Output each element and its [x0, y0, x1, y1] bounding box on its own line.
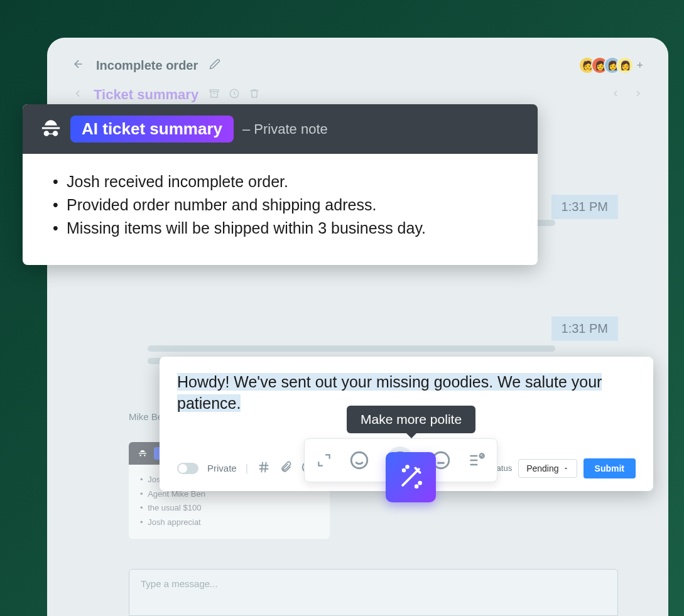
summary-item: Missing items will be shipped within 3 b…	[48, 219, 513, 237]
private-label: Private	[207, 463, 237, 473]
header-left: Incomplete order	[72, 58, 220, 73]
status-select[interactable]: Pending	[518, 459, 577, 478]
divider: |	[246, 463, 248, 474]
svg-rect-0	[210, 90, 219, 92]
app-header: Incomplete order 🧑 👩 👩 👩 +	[72, 57, 643, 74]
svg-point-12	[416, 485, 418, 487]
avatar-group: 🧑 👩 👩 👩 +	[584, 57, 643, 74]
add-avatar-button[interactable]: +	[636, 59, 643, 72]
status-value: Pending	[526, 463, 558, 473]
svg-point-9	[403, 469, 405, 471]
ai-summary-card: AI ticket summary – Private note Josh re…	[23, 104, 538, 265]
magic-wand-button[interactable]	[386, 452, 436, 502]
svg-point-11	[419, 482, 421, 484]
subheader-title: Ticket summary	[94, 87, 198, 103]
private-toggle[interactable]	[177, 463, 198, 474]
summary-item: Provided order number and shipping adres…	[48, 196, 513, 214]
prev-icon[interactable]	[611, 89, 621, 101]
happy-face-icon[interactable]	[349, 450, 370, 471]
ai-summary-header: AI ticket summary – Private note	[23, 104, 538, 154]
back-arrow-icon[interactable]	[72, 58, 85, 73]
archive-icon[interactable]	[209, 88, 220, 102]
ai-badge: AI ticket summary	[70, 116, 234, 143]
summary-item: Josh received incomplete order.	[48, 173, 513, 191]
chevron-down-icon	[563, 465, 569, 472]
clock-icon[interactable]	[229, 88, 240, 102]
next-icon[interactable]	[633, 89, 643, 101]
subheader: Ticket summary	[72, 87, 643, 103]
nav-arrows	[611, 89, 643, 101]
svg-point-2	[351, 452, 367, 468]
avatar[interactable]: 👩	[616, 57, 634, 74]
attachment-icon[interactable]	[280, 461, 292, 476]
page-title: Incomplete order	[96, 58, 198, 73]
edit-icon[interactable]	[209, 58, 220, 72]
collapse-icon[interactable]	[72, 88, 84, 102]
svg-point-10	[406, 466, 408, 468]
message-input[interactable]: Type a message...	[129, 569, 618, 616]
incognito-icon	[138, 448, 148, 458]
submit-button[interactable]: Submit	[584, 458, 636, 478]
timestamp: 1:31 PM	[551, 316, 618, 341]
composer-card: Howdy! We've sent out your missing goodi…	[160, 357, 653, 491]
trash-icon[interactable]	[249, 88, 260, 102]
private-note-label: – Private note	[242, 121, 328, 138]
hash-icon[interactable]	[257, 460, 271, 477]
subheader-left: Ticket summary	[72, 87, 260, 103]
list-item: Josh appreciat	[140, 516, 318, 529]
timestamp: 1:31 PM	[551, 195, 618, 219]
list-item: the usual $100	[140, 502, 318, 514]
incognito-icon	[40, 117, 62, 141]
checklist-icon[interactable]	[468, 451, 486, 469]
expand-icon[interactable]	[316, 452, 332, 468]
ai-summary-body: Josh received incomplete order. Provided…	[23, 154, 538, 265]
subheader-actions	[209, 88, 260, 102]
tone-tooltip: Make more polite	[347, 406, 475, 433]
